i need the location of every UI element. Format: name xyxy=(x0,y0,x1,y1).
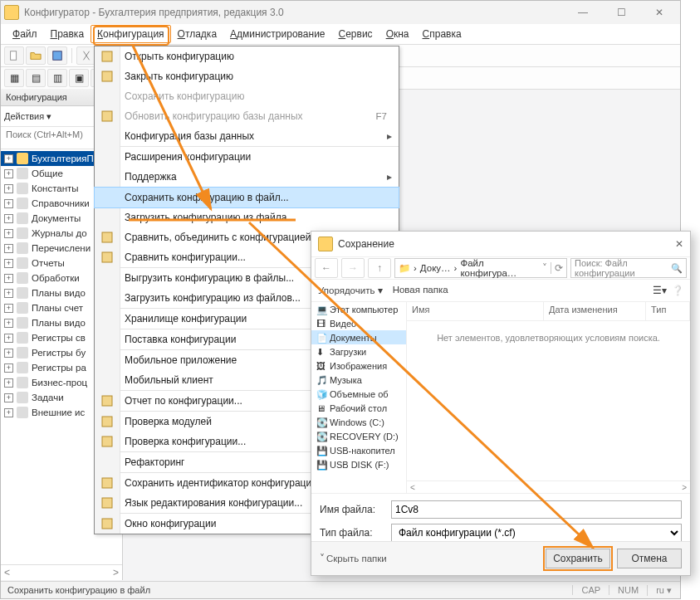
menu-item-icon xyxy=(100,251,115,264)
nav-back-icon[interactable]: ← xyxy=(315,258,338,278)
menu-item[interactable]: Открыть конфигурацию xyxy=(95,46,399,66)
app-icon xyxy=(4,5,19,20)
tool2-c-icon[interactable]: ▥ xyxy=(47,69,67,87)
breadcrumb[interactable]: 📁 › Доку… › Файл конфигура… ˅ ⟳ xyxy=(394,258,567,278)
maximize-icon[interactable]: ☐ xyxy=(604,3,639,22)
expand-icon[interactable]: + xyxy=(4,363,13,373)
location-item[interactable]: 💾USB-накопител xyxy=(311,443,406,457)
pc-icon: 💻 xyxy=(316,305,326,315)
menu-item-label: Язык редактирования конфигурации... xyxy=(125,497,302,509)
expand-icon[interactable]: + xyxy=(4,408,13,417)
expand-icon[interactable]: + xyxy=(4,289,13,298)
location-item[interactable]: 🧊Объемные об xyxy=(311,387,406,401)
menu-item-label: Сохранить идентификатор конфигурации... xyxy=(125,477,326,489)
expand-icon[interactable]: + xyxy=(4,259,13,268)
tree-node-label: Планы видо xyxy=(32,288,86,298)
expand-icon[interactable]: + xyxy=(4,378,13,388)
expand-icon[interactable]: + xyxy=(4,184,13,193)
menu-item-label: Загрузить конфигурацию из файла... xyxy=(125,212,295,223)
expand-icon[interactable]: + xyxy=(4,304,13,313)
expand-icon[interactable]: + xyxy=(4,319,13,328)
menu-item[interactable]: Закрыть конфигурацию xyxy=(95,66,399,86)
col-name[interactable]: Имя xyxy=(407,302,544,320)
location-item[interactable]: 🖥Рабочий стол xyxy=(311,401,406,415)
expand-icon[interactable]: + xyxy=(4,334,13,343)
menu-item-label: Расширения конфигурации xyxy=(125,151,251,163)
location-item[interactable]: 💽RECOVERY (D:) xyxy=(311,429,406,443)
location-item[interactable]: ⬇Загрузки xyxy=(311,344,406,359)
filename-input[interactable] xyxy=(391,500,682,519)
hide-folders-toggle[interactable]: ˅ Скрыть папки xyxy=(320,553,387,564)
dialog-close-icon[interactable]: ✕ xyxy=(675,238,683,250)
menu-edit[interactable]: Правка xyxy=(44,25,91,43)
expand-icon[interactable]: + xyxy=(4,214,13,223)
location-item[interactable]: 📄Документы xyxy=(311,330,406,344)
svg-rect-12 xyxy=(102,437,112,446)
menu-item-icon xyxy=(100,415,115,428)
location-item[interactable]: 🎵Музыка xyxy=(311,373,406,387)
dialog-search[interactable]: Поиск: Файл конфигурации 🔍 xyxy=(570,258,687,278)
menu-item[interactable]: Поддержка▸ xyxy=(95,167,399,187)
new-folder[interactable]: Новая папка xyxy=(393,285,448,296)
menu-item-label: Поддержка xyxy=(125,171,177,183)
status-lang[interactable]: ru ▾ xyxy=(647,585,680,596)
col-date[interactable]: Дата изменения xyxy=(544,302,646,320)
menu-service[interactable]: Сервис xyxy=(332,25,379,43)
menu-item-label: Поставка конфигурации xyxy=(125,334,236,345)
tool-save-icon[interactable] xyxy=(47,46,67,65)
menu-configuration[interactable]: Конфигурация xyxy=(91,25,171,43)
help-icon[interactable]: ❔ xyxy=(672,285,683,296)
menu-item[interactable]: Конфигурация базы данных▸ xyxy=(95,126,399,146)
svg-rect-0 xyxy=(11,51,17,61)
nav-fwd-icon[interactable]: → xyxy=(341,258,365,278)
menu-item[interactable]: Загрузить конфигурацию из файла... xyxy=(95,207,399,227)
view-icon[interactable]: ☰▾ xyxy=(653,285,667,296)
location-item[interactable]: 🖼Изображения xyxy=(311,359,406,373)
cancel-button[interactable]: Отмена xyxy=(617,549,682,568)
side-scroll[interactable]: <> xyxy=(1,564,122,580)
side-actions-label: Действия ▾ xyxy=(4,111,51,122)
dialog-sidebar[interactable]: 💻Этот компьютер🎞Видео📄Документы⬇Загрузки… xyxy=(311,302,407,493)
nav-up-icon[interactable]: ↑ xyxy=(368,258,391,278)
location-item[interactable]: 💻Этот компьютер xyxy=(311,302,406,316)
col-type[interactable]: Тип xyxy=(646,302,690,320)
horiz-scroll[interactable]: <> xyxy=(407,480,690,493)
menu-help[interactable]: Справка xyxy=(416,25,468,43)
filetype-select[interactable]: Файл конфигурации (*.cf) xyxy=(391,524,682,542)
expand-icon[interactable]: + xyxy=(4,169,13,178)
menu-item-label: Обновить конфигурацию базы данных xyxy=(125,110,303,122)
location-item[interactable]: 💾USB DISK (F:) xyxy=(311,457,406,471)
tool-new-icon[interactable] xyxy=(4,46,24,65)
menu-debug[interactable]: Отладка xyxy=(171,25,223,43)
menu-item-label: Открыть конфигурацию xyxy=(125,51,234,62)
close-icon[interactable]: ✕ xyxy=(642,3,677,22)
tool2-d-icon[interactable]: ▣ xyxy=(69,69,89,87)
expand-icon[interactable]: + xyxy=(4,229,13,238)
search-placeholder: Поиск: Файл конфигурации xyxy=(575,258,668,278)
menu-item[interactable]: Расширения конфигурации xyxy=(95,147,399,167)
tool2-a-icon[interactable]: ▦ xyxy=(4,69,24,87)
menu-item-icon xyxy=(100,476,115,490)
menu-file[interactable]: Файл xyxy=(6,25,44,43)
tool2-b-icon[interactable]: ▤ xyxy=(26,69,46,87)
node-icon xyxy=(17,287,28,299)
file-columns[interactable]: Имя Дата изменения Тип xyxy=(407,302,690,321)
expand-icon[interactable]: + xyxy=(4,274,13,283)
dialog-nav: ← → ↑ 📁 › Доку… › Файл конфигура… ˅ ⟳ По… xyxy=(311,257,690,280)
menu-windows[interactable]: Окна xyxy=(379,25,416,43)
menu-item[interactable]: Сохранить конфигурацию в файл... xyxy=(95,188,399,207)
save-button[interactable]: Сохранить xyxy=(546,549,610,568)
refresh-icon[interactable]: ⟳ xyxy=(551,262,563,274)
location-item[interactable]: 🎞Видео xyxy=(311,316,406,330)
expand-icon[interactable]: + xyxy=(4,244,13,253)
menu-item-icon xyxy=(100,435,115,448)
tool-open-icon[interactable] xyxy=(26,46,46,65)
organize-menu[interactable]: Упорядочить ▾ xyxy=(318,285,383,296)
expand-icon[interactable]: + xyxy=(4,154,13,163)
expand-icon[interactable]: + xyxy=(4,393,13,402)
expand-icon[interactable]: + xyxy=(4,199,13,208)
minimize-icon[interactable]: — xyxy=(565,3,600,22)
expand-icon[interactable]: + xyxy=(4,349,13,358)
location-item[interactable]: 💽Windows (C:) xyxy=(311,415,406,429)
menu-admin[interactable]: Администрирование xyxy=(223,25,331,43)
